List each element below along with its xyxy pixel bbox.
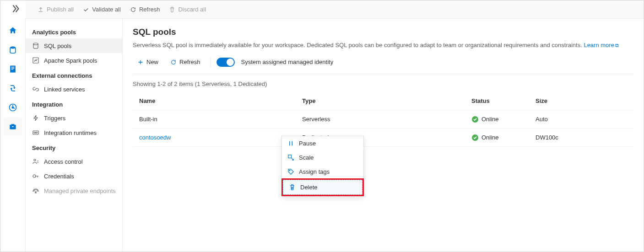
svg-point-15 (33, 175, 36, 177)
cell-status: Online (482, 116, 499, 123)
refresh-icon (170, 59, 177, 65)
sidebar-sql-label: SQL pools (44, 43, 71, 49)
menu-scale-label: Scale (299, 154, 314, 161)
learn-more-label: Learn more (584, 42, 614, 48)
svg-point-6 (12, 107, 13, 108)
refresh-button[interactable]: Refresh (166, 57, 205, 67)
sidebar-item-credentials[interactable]: Credentials (26, 169, 122, 183)
trash-icon (169, 6, 175, 13)
rail-develop[interactable] (4, 60, 22, 78)
discard-all-label: Discard all (178, 6, 206, 13)
menu-pause-label: Pause (299, 140, 316, 147)
menu-delete-label: Delete (300, 184, 318, 191)
sidebar-item-managed-private-endpoints[interactable]: Managed private endpoints (26, 183, 122, 198)
sidebar-mpe-label: Managed private endpoints (44, 188, 116, 194)
left-rail (0, 19, 26, 252)
cell-name: Built-in (133, 116, 302, 123)
sidebar-group-integration: Integration (26, 97, 122, 111)
rail-home[interactable] (4, 21, 22, 40)
menu-scale[interactable]: Scale (282, 150, 363, 165)
cell-size: DW100c (536, 134, 633, 141)
top-toolbar: Publish all Validate all Refresh Discard… (26, 0, 644, 19)
delete-icon (289, 184, 296, 191)
sidebar-item-integration-runtimes[interactable]: Integration runtimes (26, 125, 122, 140)
rail-monitor[interactable] (4, 98, 22, 117)
menu-delete[interactable]: Delete (283, 180, 363, 195)
plus-icon (137, 59, 144, 65)
sidebar-item-linked-services[interactable]: Linked services (26, 82, 122, 97)
validate-all-label: Validate all (92, 6, 121, 13)
refresh-label-top: Refresh (139, 6, 160, 13)
sidebar-linked-label: Linked services (44, 86, 85, 93)
menu-tags-label: Assign tags (299, 168, 330, 175)
svg-rect-21 (288, 155, 292, 158)
col-type-header: Type (302, 97, 471, 104)
svg-point-12 (34, 132, 36, 134)
status-online-icon (471, 116, 479, 123)
svg-rect-3 (11, 68, 15, 69)
sidebar-access-label: Access control (44, 158, 83, 165)
svg-rect-8 (12, 126, 13, 127)
svg-rect-2 (11, 67, 15, 67)
expand-panel-button[interactable] (10, 3, 21, 14)
rail-data[interactable] (4, 41, 22, 59)
validate-all-button[interactable]: Validate all (78, 0, 125, 18)
page-desc-text: Serverless SQL pool is immediately avail… (133, 42, 584, 48)
sidebar-item-sql-pools[interactable]: SQL pools (26, 38, 122, 53)
divider (211, 57, 211, 67)
publish-all-label: Publish all (47, 6, 74, 13)
managed-identity-toggle[interactable] (216, 58, 235, 67)
sidebar-item-triggers[interactable]: Triggers (26, 111, 122, 125)
rail-integrate[interactable] (4, 79, 22, 97)
spark-pools-icon (32, 57, 39, 64)
learn-more-link[interactable]: Learn more⧉ (584, 42, 618, 48)
svg-point-0 (10, 47, 16, 49)
refresh-icon (130, 6, 136, 13)
access-control-icon (32, 158, 39, 165)
sidebar-group-external: External connections (26, 68, 122, 82)
sidebar-credentials-label: Credentials (44, 173, 74, 180)
mpe-icon (32, 187, 39, 194)
col-size-header: Size (536, 97, 633, 104)
new-button[interactable]: New (133, 57, 163, 67)
check-icon (83, 6, 89, 13)
main-content: SQL pools Serverless SQL pool is immedia… (123, 19, 644, 252)
table-row[interactable]: Built-in Serverless Online Auto (133, 110, 633, 129)
tag-icon (287, 168, 294, 175)
manage-sidebar: Analytics pools SQL pools Apache Spark p… (26, 19, 123, 252)
svg-rect-4 (11, 69, 13, 70)
sidebar-ir-label: Integration runtimes (44, 129, 97, 136)
external-link-icon: ⧉ (615, 43, 619, 48)
menu-pause[interactable]: Pause (282, 136, 363, 150)
discard-all-button[interactable]: Discard all (164, 0, 211, 18)
sidebar-group-analytics: Analytics pools (26, 24, 122, 38)
sidebar-item-spark-pools[interactable]: Apache Spark pools (26, 53, 122, 68)
page-desc: Serverless SQL pool is immediately avail… (133, 42, 633, 48)
cell-status: Online (482, 134, 499, 141)
svg-point-22 (289, 170, 290, 171)
page-title: SQL pools (133, 27, 633, 37)
svg-rect-7 (10, 125, 16, 129)
grid-header: Name Type Status Size (133, 92, 633, 110)
credentials-icon (32, 172, 39, 180)
sidebar-item-access-control[interactable]: Access control (26, 154, 122, 169)
cell-name-link[interactable]: contosoedw (133, 134, 302, 141)
col-status-header: Status (471, 97, 536, 104)
ir-icon (32, 129, 39, 136)
toggle-label: System assigned managed identity (241, 59, 334, 65)
cell-size: Auto (536, 116, 633, 123)
refresh-button-top[interactable]: Refresh (125, 0, 165, 18)
scale-icon (287, 154, 294, 161)
col-name-header: Name (133, 97, 302, 104)
delete-highlight: Delete (281, 178, 364, 196)
publish-all-button[interactable]: Publish all (33, 0, 78, 18)
sql-pools-icon (32, 42, 39, 49)
triggers-icon (32, 114, 39, 122)
menu-assign-tags[interactable]: Assign tags (282, 165, 363, 179)
table-row[interactable]: contosoedw Dedicated Online DW100c (133, 129, 633, 147)
action-row: New Refresh System assigned managed iden… (133, 57, 633, 74)
rail-manage[interactable] (4, 118, 22, 136)
linked-services-icon (32, 86, 39, 93)
cell-type: Serverless (302, 116, 471, 123)
svg-point-13 (36, 132, 38, 134)
